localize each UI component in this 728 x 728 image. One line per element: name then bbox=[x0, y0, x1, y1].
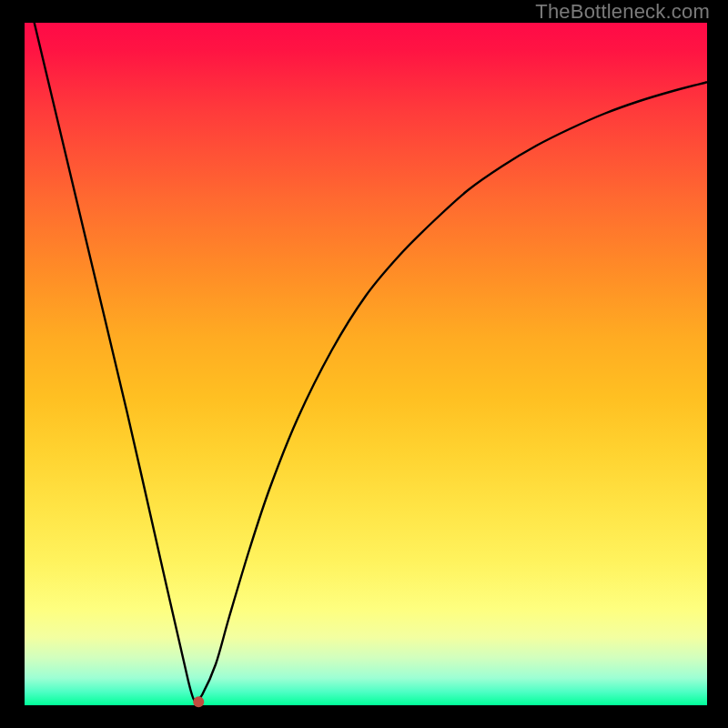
chart-container: TheBottleneck.com bbox=[0, 0, 728, 728]
curve-right-branch bbox=[196, 82, 708, 702]
watermark-text: TheBottleneck.com bbox=[535, 0, 710, 24]
bottleneck-curve bbox=[25, 23, 707, 705]
minimum-marker bbox=[193, 696, 204, 707]
plot-area bbox=[25, 23, 707, 705]
curve-left-branch bbox=[25, 0, 196, 702]
